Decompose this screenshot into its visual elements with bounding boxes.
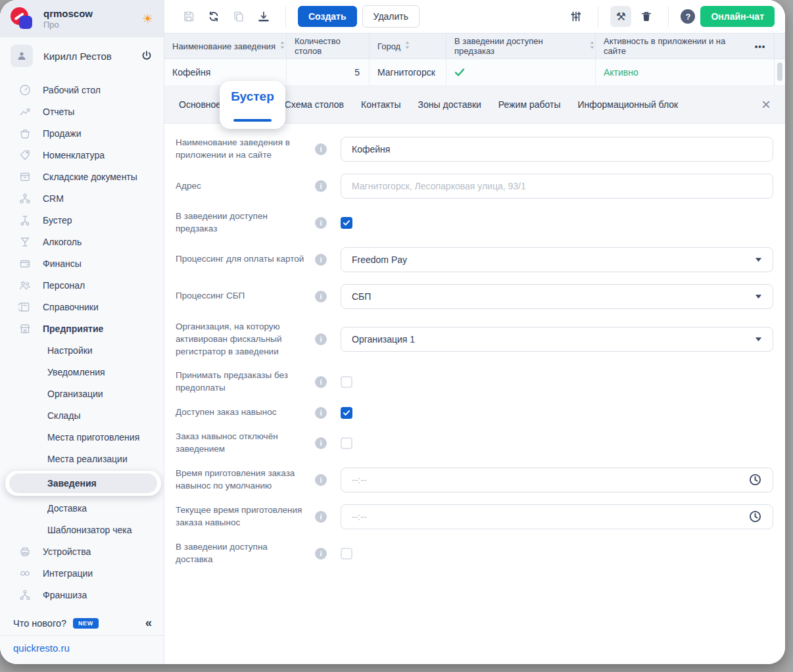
sidebar-item-crm[interactable]: CRM: [0, 187, 164, 209]
takeaway-available-checkbox[interactable]: [341, 407, 352, 419]
quickresto-link[interactable]: quickresto.ru: [13, 642, 70, 654]
info-icon[interactable]: i: [315, 180, 327, 192]
form-row-card-processing: Процессинг для оплаты картойiFreedom Pay: [176, 247, 773, 272]
sun-icon[interactable]: ☀: [142, 11, 153, 26]
address-input[interactable]: Магнитогорск, Лесопарковая улица, 93/1: [341, 174, 773, 199]
sort-icon[interactable]: [589, 41, 595, 51]
scrollbar-thumb[interactable]: [777, 62, 782, 81]
tab-info-block[interactable]: Информационный блок: [577, 99, 678, 110]
crm-icon: [18, 192, 32, 205]
trash-icon[interactable]: [637, 7, 656, 26]
sidebar-item-staff[interactable]: Персонал: [0, 274, 164, 296]
sidebar-item-sale-places[interactable]: Места реализации: [0, 448, 164, 469]
column-header-1[interactable]: Количество столов: [287, 34, 370, 59]
filter-sliders-icon[interactable]: [566, 7, 586, 26]
info-icon[interactable]: i: [315, 254, 327, 266]
sidebar-item-enterprise[interactable]: Предприятие: [0, 318, 164, 339]
column-header-0[interactable]: Наименование заведения: [164, 34, 287, 59]
column-header-4[interactable]: Активность в приложении и на сайте: [596, 34, 746, 59]
sidebar-item-nomenclature[interactable]: Номенклатура: [0, 144, 164, 166]
info-icon[interactable]: i: [315, 217, 327, 229]
sidebar-item-devices[interactable]: Устройства: [0, 540, 164, 562]
field-label: Процессинг для оплаты картой: [176, 253, 304, 266]
info-icon[interactable]: i: [315, 376, 327, 388]
sidebar-item-references[interactable]: Справочники: [0, 296, 164, 318]
sidebar-item-venues[interactable]: Заведения: [9, 473, 157, 493]
sidebar-item-sales[interactable]: Продажи: [0, 122, 164, 144]
preorder-no-prepay-checkbox[interactable]: [341, 376, 352, 388]
info-icon[interactable]: i: [315, 407, 327, 419]
takeaway-disabled-by-venue-checkbox[interactable]: [341, 437, 352, 449]
delivery-available-checkbox[interactable]: [341, 548, 352, 560]
active-tab-underline: [233, 119, 272, 122]
integrations-icon: [18, 567, 32, 580]
takeaway-current-time-time-input[interactable]: --:--: [341, 504, 773, 529]
sidebar-item-finance[interactable]: Финансы: [0, 252, 164, 274]
sidebar-item-settings[interactable]: Настройки: [0, 339, 164, 361]
workspace-name: qrmoscow: [43, 8, 93, 19]
sidebar-item-organizations[interactable]: Организации: [0, 383, 164, 404]
field-label: В заведении доступен предзаказ: [176, 210, 304, 235]
sidebar-item-reports[interactable]: Отчеты: [0, 101, 164, 122]
takeaway-default-time-time-input[interactable]: --:--: [341, 468, 773, 492]
row-spacer: [746, 59, 774, 85]
sidebar-header: qrmoscow Про ☀: [0, 0, 164, 37]
info-icon[interactable]: i: [315, 291, 327, 302]
whats-new-row[interactable]: Что нового? NEW «: [0, 611, 164, 635]
card-processing-select[interactable]: Freedom Pay: [341, 247, 773, 272]
tab-table-scheme[interactable]: Схема столов: [285, 99, 344, 110]
tab-main[interactable]: Основное: [179, 99, 221, 110]
clock-icon[interactable]: [748, 510, 762, 523]
info-icon[interactable]: i: [315, 437, 327, 449]
help-button[interactable]: ?: [681, 9, 695, 24]
power-icon[interactable]: [140, 49, 153, 62]
sidebar-item-delivery[interactable]: Доставка: [0, 497, 164, 519]
user-row[interactable]: Кирилл Рестов: [0, 41, 164, 71]
sidebar-item-receipt-templates[interactable]: Шаблонизатор чека: [0, 519, 164, 540]
sidebar-item-alcohol[interactable]: Алкоголь: [0, 231, 164, 252]
sidebar-item-notifications[interactable]: Уведомления: [0, 361, 164, 383]
clock-icon[interactable]: [748, 473, 762, 487]
sidebar-item-warehouse-docs[interactable]: Складские документы: [0, 166, 164, 187]
create-button[interactable]: Создать: [298, 6, 357, 27]
field-control: [341, 437, 773, 449]
fiscal-organization-select[interactable]: Организация 1: [341, 327, 773, 352]
sidebar-item-cooking-places[interactable]: Места приготовления: [0, 426, 164, 448]
sidebar-item-edo[interactable]: ЭДО и маркировка: [0, 606, 164, 611]
sort-icon[interactable]: [404, 41, 410, 51]
info-icon[interactable]: i: [315, 548, 327, 560]
column-header-3[interactable]: В заведении доступен предзаказ: [446, 34, 596, 59]
tab-work-mode[interactable]: Режим работы: [498, 99, 561, 110]
preorder-available-checkbox[interactable]: [341, 217, 352, 229]
column-header-2[interactable]: Город: [370, 34, 446, 59]
tab-delivery-zones[interactable]: Зоны доставки: [418, 99, 481, 110]
close-icon[interactable]: ×: [761, 97, 771, 112]
sbp-processing-select[interactable]: СБП: [341, 284, 773, 309]
download-icon[interactable]: [254, 7, 274, 26]
info-icon[interactable]: i: [315, 143, 327, 155]
app-name-input[interactable]: Кофейня: [341, 137, 773, 162]
tools-icon[interactable]: ⚒: [610, 6, 631, 27]
refresh-icon[interactable]: [204, 7, 224, 26]
sidebar-item-integrations[interactable]: Интеграции: [0, 562, 164, 584]
sidebar-item-franchise[interactable]: Франшиза: [0, 584, 164, 606]
columns-more-button[interactable]: •••: [746, 34, 774, 59]
staff-icon: [18, 279, 32, 292]
delete-button[interactable]: Удалить: [362, 5, 420, 28]
sidebar-item-booster[interactable]: Бустер: [0, 209, 164, 231]
info-icon[interactable]: i: [315, 333, 327, 345]
sidebar-item-dashboard[interactable]: Рабочий стол: [0, 79, 164, 101]
save-icon[interactable]: [179, 7, 199, 26]
info-icon[interactable]: i: [315, 511, 327, 523]
copy-icon[interactable]: [229, 7, 249, 26]
sidebar-item-warehouses[interactable]: Склады: [0, 404, 164, 426]
online-chat-button[interactable]: Онлайн-чат: [700, 6, 775, 27]
info-icon[interactable]: i: [315, 474, 327, 486]
collapse-sidebar-icon[interactable]: «: [145, 616, 152, 630]
active-tab-callout[interactable]: Бустер: [220, 81, 285, 129]
field-control: [341, 217, 773, 229]
sort-icon[interactable]: [279, 41, 285, 51]
field-label: Организация, на которую активирован фиск…: [176, 321, 304, 358]
field-control: [341, 548, 773, 560]
tab-contacts[interactable]: Контакты: [361, 99, 400, 110]
